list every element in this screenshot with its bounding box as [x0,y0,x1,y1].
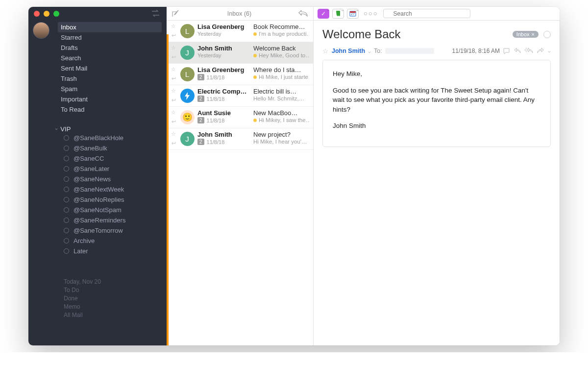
footnote-item[interactable]: All Mail [64,311,167,319]
date-line: 211/8/18 [197,74,251,80]
subject: Welcome Back [253,45,309,52]
reply-icon[interactable] [298,10,308,17]
message-row[interactable]: ☆↩LLisa Greenberg211/8/18Where do I sta…… [167,64,313,85]
forward-icon[interactable] [537,48,544,54]
status-dot [253,54,257,57]
message-row[interactable]: ☆↩🙂Aunt Susie211/8/18New MacBoo…Hi Mikey… [167,107,313,128]
subfolder-sanecc[interactable]: @SaneCC [64,153,167,164]
sender-name: Aunt Susie [197,109,251,117]
date-line: Yesterday [197,52,251,58]
footnote-item[interactable]: To Do [64,286,167,294]
star-icon[interactable]: ☆ [171,66,176,73]
action-evernote-button[interactable]: → [332,9,344,19]
circle-icon [64,146,69,151]
compose-icon[interactable] [172,10,180,18]
date-line: 211/8/18 [197,96,251,102]
sender-link[interactable]: John Smith [332,48,365,54]
preview: Hi Mike, I hear you'… [253,139,309,145]
sender-name: Lisa Greenberg [197,66,251,73]
star-icon[interactable]: ☆ [171,131,176,137]
reply-mini-icon: ↩ [172,140,176,146]
reply-mini-icon: ↩ [172,54,176,60]
folder-inbox[interactable]: Inbox [58,22,162,32]
message-row[interactable]: ☆↩Electric Comp…211/8/18Electric bill is… [167,85,313,107]
message-body: Hey Mike,Good to see you are back writin… [322,60,551,147]
star-icon[interactable]: ☆ [171,45,176,51]
subfolder-sanenews[interactable]: @SaneNews [64,174,167,184]
reply-all-icon[interactable] [525,48,533,54]
actions-dropdown-icon[interactable]: ⌵ [548,48,551,54]
sender-avatar: L [180,67,195,81]
fullscreen-window-button[interactable] [53,11,59,17]
circle-icon [64,207,69,213]
folder-trash[interactable]: Trash [60,73,167,84]
subfolder-sanebulk[interactable]: @SaneBulk [64,143,167,153]
subfolder-archive[interactable]: Archive [64,236,167,246]
folder-spam[interactable]: Spam [60,84,167,94]
folder-drafts[interactable]: Drafts [60,43,167,53]
preview: Hello Mr. Schmitz,… [253,96,309,101]
preview: Hey Mike, Good to… [253,52,309,58]
minimize-window-button[interactable] [44,11,49,17]
footnote-item[interactable]: Done [64,294,167,303]
more-actions-button[interactable]: ○○○ [362,10,380,17]
message-list: ☆↩LLisa GreenbergYesterdayBook Recomme…I… [167,21,313,345]
sender-dropdown-icon[interactable]: ⌵ [368,49,371,54]
sender-avatar [180,89,195,103]
list-title: Inbox (6) [180,10,298,17]
status-dot [253,32,257,36]
subfolder-sanenextweek[interactable]: @SaneNextWeek [64,184,167,195]
unread-strip [167,34,169,345]
reply-single-icon[interactable] [514,48,521,54]
subfolder-saneblackhole[interactable]: @SaneBlackHole [64,133,167,143]
message-list-pane: Inbox (6) ☆↩LLisa GreenbergYesterdayBook… [167,7,314,345]
footnote-item[interactable]: Today, Nov 20 [64,278,167,286]
sidebar: InboxStarredDraftsSearchSent MailTrashSp… [28,7,167,345]
subfolder-later[interactable]: Later [64,246,167,256]
message-row[interactable]: ☆↩JJohn SmithYesterdayWelcome BackHey Mi… [167,42,313,64]
vip-folder[interactable]: › VIP [56,125,167,133]
preview: Hi Mikey, I saw the… [253,117,309,123]
star-icon[interactable]: ☆ [171,88,176,94]
app-window: InboxStarredDraftsSearchSent MailTrashSp… [28,7,560,345]
status-dot [253,119,257,122]
chat-icon[interactable] [503,48,510,54]
folder-sent-mail[interactable]: Sent Mail [60,63,167,73]
sidebar-footnotes: Today, Nov 20To DoDoneMemoAll Mail [28,275,167,319]
label-circle[interactable] [543,31,551,38]
star-icon[interactable]: ☆ [171,23,176,29]
subfolder-sanereminders[interactable]: @SaneReminders [64,215,167,225]
subject: New MacBoo… [253,109,309,117]
close-window-button[interactable] [34,11,40,17]
subfolder-sanenotspam[interactable]: @SaneNotSpam [64,205,167,215]
circle-icon [64,166,69,171]
circle-icon [64,176,69,182]
folder-search[interactable]: Search [60,53,167,63]
star-icon[interactable]: ☆ [171,109,176,116]
folder-to-read[interactable]: To Read [60,104,167,115]
message-list-toolbar: Inbox (6) [167,7,313,21]
circle-icon [64,135,69,141]
message-header: Welcome Back Inbox× ☆ John Smith ⌵ To: 1… [314,21,560,60]
window-controls [34,11,59,17]
chevron-right-icon: › [54,128,59,130]
folder-pill[interactable]: Inbox× [513,31,539,38]
date-line: 211/8/18 [197,117,251,123]
sync-icon[interactable] [151,10,160,17]
subfolder-sanelater[interactable]: @SaneLater [64,164,167,174]
folder-starred[interactable]: Starred [60,32,167,43]
action-calendar-button[interactable]: → 27 [347,9,359,19]
message-row[interactable]: ☆↩JJohn Smith211/8/18New project?Hi Mike… [167,128,313,150]
preview: Hi Mike, I just starte… [253,74,309,80]
search-input[interactable] [383,9,470,18]
action-check-button[interactable]: →✓ [318,9,329,19]
message-row[interactable]: ☆↩LLisa GreenbergYesterdayBook Recomme…I… [167,21,313,42]
subfolder-sanenoreplies[interactable]: @SaneNoReplies [64,195,167,205]
reply-mini-icon: ↩ [172,119,176,125]
circle-icon [64,228,69,233]
subfolder-sanetomorrow[interactable]: @SaneTomorrow [64,225,167,236]
folder-important[interactable]: Important [60,94,167,104]
star-icon[interactable]: ☆ [322,47,329,55]
circle-icon [64,218,69,223]
footnote-item[interactable]: Memo [64,303,167,311]
